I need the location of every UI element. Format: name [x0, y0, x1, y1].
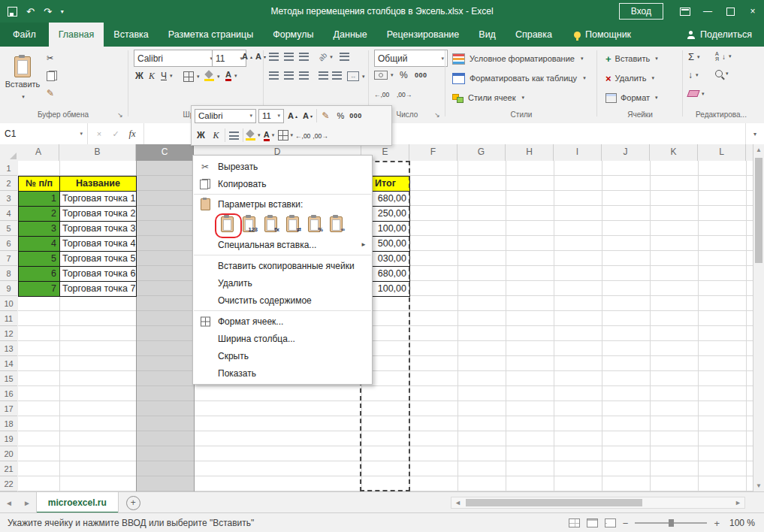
sheet-tab-active[interactable]: microexcel.ru — [36, 492, 119, 513]
undo-icon[interactable]: ↶ — [26, 7, 35, 17]
align-left-button[interactable] — [269, 71, 279, 80]
align-right-button[interactable] — [299, 71, 309, 80]
autosum-button[interactable]: Σ — [688, 51, 700, 62]
format-painter-button[interactable] — [47, 88, 54, 98]
col-header-c-selected[interactable]: C — [136, 144, 194, 161]
mini-increase-decimal-button[interactable] — [295, 128, 310, 143]
sheet-nav-right-icon[interactable]: ► — [18, 499, 36, 507]
tab-file[interactable]: Файл — [0, 23, 49, 47]
name-box[interactable]: C1 — [0, 123, 88, 144]
mini-font-color-button[interactable] — [263, 128, 276, 143]
row-header-11[interactable]: 11 — [0, 311, 17, 326]
assistant-tab[interactable]: Помощник — [574, 23, 631, 47]
row-header-15[interactable]: 15 — [0, 371, 17, 386]
cell-b9[interactable]: Торговая точка 7 — [59, 281, 137, 297]
tab-view[interactable]: Вид — [469, 23, 506, 47]
paste-dropdown-icon[interactable] — [20, 91, 25, 100]
row-header-22[interactable]: 22 — [0, 476, 17, 491]
bold-button[interactable]: Ж — [135, 71, 143, 81]
cell-a9[interactable]: 7 — [18, 281, 60, 297]
cell-b6[interactable]: Торговая точка 4 — [59, 236, 137, 252]
cancel-entry-icon[interactable]: × — [92, 129, 106, 138]
insert-function-icon[interactable]: fx — [125, 128, 139, 140]
cell-a7[interactable]: 5 — [18, 251, 60, 267]
redo-icon[interactable]: ↷ — [44, 7, 52, 17]
restore-button[interactable] — [719, 0, 741, 23]
delete-cells-button[interactable]: Удалить — [605, 69, 654, 87]
hscroll-left-icon[interactable]: ◄ — [451, 499, 464, 506]
wrap-text-button[interactable] — [340, 53, 349, 61]
menu-item-copy[interactable]: Копировать — [193, 175, 372, 192]
sheet-nav-left-icon[interactable]: ◄ — [0, 499, 18, 507]
comma-style-button[interactable]: 000 — [415, 71, 427, 79]
tab-data[interactable]: Данные — [324, 23, 377, 47]
row-header-6[interactable]: 6 — [0, 236, 17, 251]
find-select-button[interactable] — [715, 70, 729, 77]
mini-decrease-decimal-button[interactable] — [313, 128, 328, 143]
italic-button[interactable]: К — [149, 71, 155, 82]
orientation-button[interactable] — [319, 53, 333, 61]
spreadsheet-grid[interactable]: № п/п Название Итог 1 2 3 4 5 6 7 Торгов… — [18, 161, 753, 491]
cell-b8[interactable]: Торговая точка 6 — [59, 266, 137, 282]
font-name-combo[interactable]: Calibri — [134, 50, 216, 67]
align-middle-button[interactable] — [284, 53, 294, 61]
menu-item-cut[interactable]: ✂ Вырезать — [193, 158, 372, 175]
format-cells-menu-button[interactable]: Формат — [605, 89, 658, 107]
align-bottom-button[interactable] — [299, 53, 309, 61]
paste-button[interactable]: Вставить — [5, 49, 41, 107]
decrease-font-size-button[interactable] — [255, 52, 266, 61]
mini-comma-style-button[interactable]: 000 — [349, 108, 362, 123]
row-header-13[interactable]: 13 — [0, 341, 17, 356]
col-header-j[interactable]: J — [602, 144, 650, 161]
sort-filter-button[interactable] — [715, 51, 732, 62]
row-header-17[interactable]: 17 — [0, 401, 17, 416]
mini-italic-button[interactable]: К — [210, 128, 222, 143]
col-header-h[interactable]: H — [506, 144, 554, 161]
tab-page-layout[interactable]: Разметка страницы — [159, 23, 263, 47]
row-header-12[interactable]: 12 — [0, 326, 17, 341]
increase-indent-button[interactable] — [332, 71, 342, 80]
insert-cells-button[interactable]: Вставить — [605, 50, 658, 68]
menu-item-column-width[interactable]: Ширина столбца... — [193, 330, 372, 347]
cell-a2-header[interactable]: № п/п — [18, 176, 60, 192]
number-format-combo[interactable]: Общий — [374, 50, 448, 67]
menu-item-insert-copied-cells[interactable]: Вставить скопированные ячейки — [193, 257, 372, 274]
zoom-level[interactable]: 100 % — [726, 518, 755, 528]
cell-a8[interactable]: 6 — [18, 266, 60, 282]
mini-decrease-font-button[interactable] — [301, 108, 314, 123]
tab-formulas[interactable]: Формулы — [263, 23, 323, 47]
accounting-format-button[interactable] — [374, 71, 394, 80]
menu-item-paste-special[interactable]: Специальная вставка... ► — [193, 236, 372, 253]
row-header-10[interactable]: 10 — [0, 296, 17, 311]
paste-values-icon[interactable]: 123 — [240, 215, 258, 233]
cell-b5[interactable]: Торговая точка 3 — [59, 221, 137, 237]
paste-link-icon[interactable]: ∞ — [327, 215, 345, 233]
row-header-8[interactable]: 8 — [0, 266, 17, 281]
cell-b7[interactable]: Торговая точка 5 — [59, 251, 137, 267]
format-as-table-button[interactable]: Форматировать как таблицу — [452, 69, 586, 87]
conditional-formatting-button[interactable]: Условное форматирование — [452, 50, 583, 68]
paste-formulas-icon[interactable]: fx — [261, 215, 279, 233]
customize-qat-icon[interactable]: ▾ — [61, 8, 64, 15]
font-color-button[interactable] — [225, 70, 237, 81]
normal-view-icon[interactable] — [569, 518, 580, 527]
percent-style-button[interactable]: % — [400, 70, 408, 80]
share-button[interactable]: Поделиться — [687, 23, 764, 47]
row-header-21[interactable]: 21 — [0, 461, 17, 476]
decrease-indent-button[interactable] — [319, 71, 328, 80]
scroll-down-icon[interactable]: ▼ — [753, 480, 764, 491]
tab-insert[interactable]: Вставка — [104, 23, 158, 47]
clipboard-dialog-launcher[interactable] — [116, 110, 125, 119]
close-button[interactable]: × — [741, 0, 764, 23]
mini-fill-color-button[interactable] — [246, 128, 261, 143]
col-header-b[interactable]: B — [59, 144, 136, 161]
zoom-slider[interactable] — [635, 522, 707, 524]
vertical-scroll-thumb[interactable] — [755, 158, 762, 263]
menu-item-show[interactable]: Показать — [193, 364, 372, 382]
cell-a3[interactable]: 1 — [18, 191, 60, 207]
row-header-18[interactable]: 18 — [0, 416, 17, 431]
row-header-7[interactable]: 7 — [0, 251, 17, 266]
cell-b4[interactable]: Торговая точка 2 — [59, 206, 137, 222]
ribbon-display-options-button[interactable] — [674, 0, 696, 23]
zoom-slider-thumb[interactable] — [669, 519, 674, 527]
